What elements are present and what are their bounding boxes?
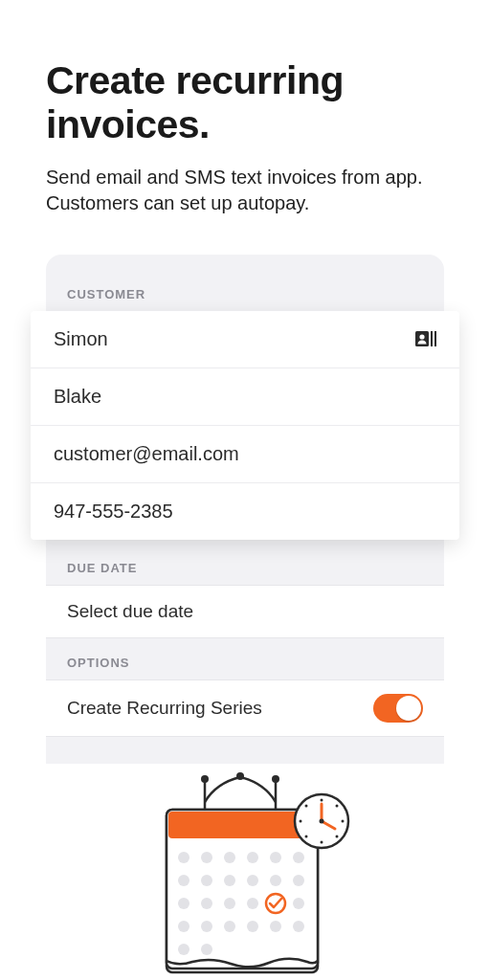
recurring-series-toggle[interactable] (373, 694, 423, 723)
svg-point-14 (224, 852, 235, 863)
svg-point-35 (178, 944, 189, 955)
svg-point-48 (336, 835, 339, 838)
svg-point-34 (293, 921, 304, 932)
customer-last-name-row[interactable]: Blake (31, 368, 459, 426)
page-subtitle: Send email and SMS text invoices from ap… (46, 165, 444, 216)
svg-point-7 (272, 775, 279, 783)
svg-point-28 (293, 898, 304, 909)
svg-point-20 (224, 875, 235, 886)
svg-point-30 (201, 921, 212, 932)
svg-point-27 (247, 898, 258, 909)
svg-point-49 (305, 835, 308, 838)
svg-point-18 (178, 875, 189, 886)
svg-point-33 (270, 921, 281, 932)
customer-first-name: Simon (54, 328, 108, 350)
contacts-icon[interactable] (415, 330, 436, 347)
svg-point-31 (224, 921, 235, 932)
svg-point-23 (293, 875, 304, 886)
svg-point-16 (270, 852, 281, 863)
svg-point-12 (178, 852, 189, 863)
svg-point-19 (201, 875, 212, 886)
svg-point-42 (321, 799, 323, 802)
customer-section-label: CUSTOMER (46, 274, 444, 311)
svg-point-44 (300, 820, 302, 823)
svg-rect-11 (168, 812, 316, 838)
customer-first-name-row[interactable]: Simon (31, 311, 459, 368)
svg-point-43 (321, 841, 323, 844)
due-date-section-label: DUE DATE (46, 540, 444, 585)
customer-phone: 947-555-2385 (54, 501, 173, 523)
svg-point-32 (247, 921, 258, 932)
svg-point-6 (201, 775, 209, 783)
customer-last-name: Blake (54, 386, 101, 408)
svg-point-21 (247, 875, 258, 886)
customer-email-row[interactable]: customer@email.com (31, 426, 459, 483)
recurring-series-row: Create Recurring Series (46, 679, 444, 737)
svg-point-26 (224, 898, 235, 909)
recurring-series-label: Create Recurring Series (67, 698, 262, 719)
svg-point-13 (201, 852, 212, 863)
calendar-clock-illustration (121, 769, 369, 980)
svg-point-22 (270, 875, 281, 886)
svg-rect-2 (431, 331, 433, 346)
customer-phone-row[interactable]: 947-555-2385 (31, 483, 459, 540)
svg-point-15 (247, 852, 258, 863)
svg-point-41 (320, 819, 324, 824)
due-date-field[interactable]: Select due date (46, 585, 444, 638)
customer-email: customer@email.com (54, 443, 239, 465)
due-date-placeholder: Select due date (67, 601, 193, 621)
svg-point-24 (178, 898, 189, 909)
svg-point-36 (201, 944, 212, 955)
svg-point-17 (293, 852, 304, 863)
svg-point-45 (342, 820, 345, 823)
svg-point-46 (336, 805, 339, 808)
invoice-form-card: CUSTOMER Simon Blake customer@email.com … (46, 255, 444, 764)
toggle-knob (396, 696, 421, 721)
svg-point-47 (305, 805, 308, 808)
svg-rect-3 (434, 331, 436, 346)
page-title: Create recurring invoices. (46, 59, 444, 147)
options-section-label: OPTIONS (46, 638, 444, 679)
svg-point-8 (236, 772, 244, 780)
customer-panel: Simon Blake customer@email.com 947-555-2… (31, 311, 459, 540)
svg-point-29 (178, 921, 189, 932)
svg-point-1 (419, 335, 424, 340)
svg-point-25 (201, 898, 212, 909)
